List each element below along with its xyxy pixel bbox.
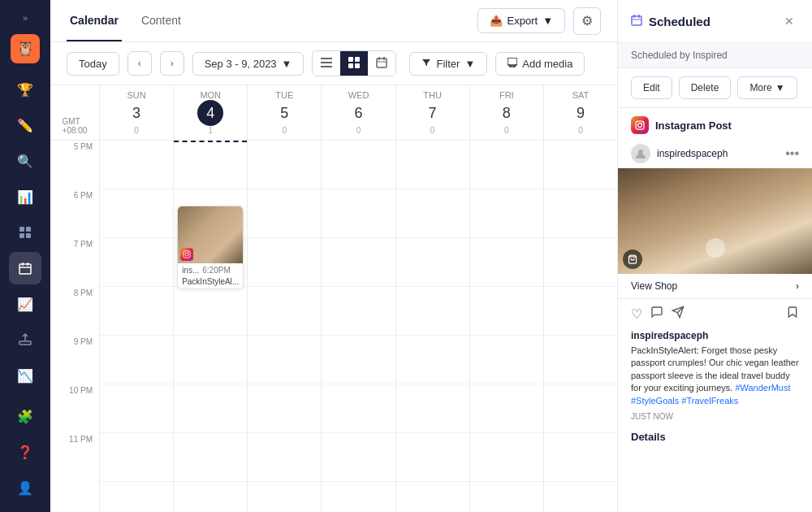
edit-button[interactable]: Edit bbox=[631, 76, 672, 99]
nav-right: 📤 Export ▼ ⚙ bbox=[477, 7, 601, 35]
avatar bbox=[631, 144, 650, 163]
view-grid-button[interactable] bbox=[340, 51, 368, 76]
prev-week-button[interactable]: ‹ bbox=[127, 51, 152, 76]
view-shop-button[interactable]: View Shop › bbox=[618, 274, 812, 299]
post-caption-text: PackInStyleAlert: Forget those pesky pas… bbox=[618, 343, 812, 409]
delete-button[interactable]: Delete bbox=[679, 76, 732, 99]
post-platform-label: ins... bbox=[182, 266, 199, 275]
day-header-wed: Wed 6 0 bbox=[321, 85, 395, 140]
svg-rect-15 bbox=[348, 63, 353, 68]
today-button[interactable]: Today bbox=[67, 52, 119, 76]
sidebar-expand-button[interactable]: » bbox=[15, 8, 35, 28]
next-week-button[interactable]: › bbox=[160, 51, 184, 76]
panel-header: Scheduled ✕ bbox=[618, 0, 812, 43]
day-header-tue: Tue 5 0 bbox=[247, 85, 321, 140]
view-toggle-group bbox=[312, 50, 396, 76]
time-11pm: 11 PM bbox=[50, 433, 99, 482]
more-chevron-icon: ▼ bbox=[775, 82, 785, 93]
shop-bag-icon bbox=[623, 249, 642, 269]
instagram-logo-icon bbox=[631, 116, 649, 134]
svg-rect-17 bbox=[377, 59, 387, 67]
post-time-label: 6:20PM bbox=[202, 266, 230, 275]
post-more-button[interactable]: ••• bbox=[785, 146, 799, 161]
day-col-tue bbox=[247, 141, 321, 512]
share-icon[interactable] bbox=[672, 306, 685, 322]
view-list-button[interactable] bbox=[313, 51, 340, 76]
sidebar-item-calendar[interactable] bbox=[9, 252, 41, 284]
filter-button[interactable]: Filter ▼ bbox=[409, 52, 487, 76]
view-calendar-button[interactable] bbox=[368, 51, 395, 76]
sidebar-item-apps[interactable]: 🧩 bbox=[9, 400, 41, 432]
tab-calendar[interactable]: Calendar bbox=[67, 1, 122, 41]
svg-point-24 bbox=[188, 252, 189, 253]
view-shop-label: View Shop bbox=[631, 280, 677, 292]
account-row: inspiredspaceph ••• bbox=[618, 139, 812, 168]
right-panel: Scheduled ✕ Scheduled by Inspired Edit D… bbox=[617, 0, 812, 512]
post-image-preview bbox=[618, 168, 812, 274]
svg-rect-1 bbox=[26, 227, 31, 232]
day-col-wed bbox=[321, 141, 395, 512]
gmt-label: GMT +08:00 bbox=[50, 85, 99, 140]
sidebar-item-help[interactable]: ❓ bbox=[9, 436, 41, 468]
sidebar-item-trophy[interactable]: 🏆 bbox=[9, 73, 41, 106]
svg-rect-0 bbox=[19, 227, 24, 232]
time-7pm: 7 PM bbox=[50, 238, 99, 287]
toolbar: Today ‹ › Sep 3 - 9, 2023 ▼ bbox=[50, 42, 617, 85]
date-range-label: Sep 3 - 9, 2023 bbox=[205, 58, 277, 70]
svg-rect-21 bbox=[508, 58, 517, 65]
sidebar-item-analytics[interactable]: 📊 bbox=[9, 180, 41, 213]
sidebar-item-publish[interactable]: ✏️ bbox=[9, 109, 41, 141]
filter-icon bbox=[421, 58, 431, 70]
ig-post-type-label: Instagram Post bbox=[655, 119, 732, 132]
time-5pm: 5 PM bbox=[50, 141, 99, 189]
post-caption-label: PackInStyleAl... bbox=[178, 277, 243, 289]
panel-subtitle: Scheduled by Inspired bbox=[618, 43, 812, 68]
ig-post-type-header: Instagram Post bbox=[618, 108, 812, 139]
svg-rect-25 bbox=[632, 16, 641, 25]
panel-actions: Edit Delete More ▼ bbox=[618, 68, 812, 108]
next-arrow-icon: › bbox=[171, 58, 174, 69]
current-time-indicator bbox=[174, 141, 247, 142]
svg-rect-22 bbox=[184, 251, 190, 258]
calendar-header: GMT +08:00 Sun 3 0 Mon 4 1 Tue 5 0 Wed bbox=[50, 85, 617, 141]
add-icon bbox=[508, 58, 517, 70]
day-col-sat bbox=[543, 141, 617, 512]
preview-circle-element bbox=[706, 238, 725, 258]
comment-icon[interactable] bbox=[650, 306, 663, 322]
sidebar-item-profile[interactable]: 👤 bbox=[9, 471, 41, 504]
sidebar-item-trending[interactable]: 📈 bbox=[9, 288, 41, 320]
calendar-container: GMT +08:00 Sun 3 0 Mon 4 1 Tue 5 0 Wed bbox=[50, 85, 617, 512]
more-button[interactable]: More ▼ bbox=[737, 76, 797, 99]
heart-icon[interactable]: ♡ bbox=[631, 306, 642, 322]
tab-content[interactable]: Content bbox=[138, 1, 184, 41]
top-nav: Calendar Content 📤 Export ▼ ⚙ bbox=[50, 0, 617, 42]
date-range-button[interactable]: Sep 3 - 9, 2023 ▼ bbox=[192, 52, 304, 76]
post-preview-image bbox=[618, 168, 812, 274]
day-col-fri bbox=[469, 141, 543, 512]
time-6pm: 6 PM bbox=[50, 189, 99, 238]
day-header-mon: Mon 4 1 bbox=[173, 85, 247, 140]
svg-rect-8 bbox=[19, 341, 31, 345]
day-header-sat: Sat 9 0 bbox=[543, 85, 617, 140]
gear-icon: ⚙ bbox=[581, 13, 593, 28]
sidebar-item-search[interactable]: 🔍 bbox=[9, 145, 41, 177]
grid-icon bbox=[348, 57, 360, 71]
post-card-image bbox=[178, 206, 243, 263]
svg-rect-3 bbox=[26, 233, 31, 238]
calendar-body: 5 PM 6 PM 7 PM 8 PM 9 PM 10 PM 11 PM bbox=[50, 141, 617, 512]
sidebar-item-grid[interactable] bbox=[9, 216, 41, 249]
scheduled-post-card[interactable]: ins... 6:20PM PackInStyleAl... bbox=[177, 206, 244, 289]
sidebar-item-reports[interactable]: 📉 bbox=[9, 359, 41, 392]
time-10pm: 10 PM bbox=[50, 384, 99, 433]
add-media-button[interactable]: Add media bbox=[495, 52, 585, 76]
settings-button[interactable]: ⚙ bbox=[573, 7, 601, 35]
close-icon: ✕ bbox=[784, 15, 794, 28]
sidebar-bottom: 🧩 ❓ 👤 bbox=[9, 400, 41, 504]
main-content: Calendar Content 📤 Export ▼ ⚙ Today ‹ › … bbox=[50, 0, 617, 512]
bookmark-icon[interactable] bbox=[786, 306, 799, 322]
day-col-sun bbox=[99, 141, 173, 512]
svg-rect-12 bbox=[321, 66, 332, 67]
sidebar-item-upload[interactable] bbox=[9, 323, 41, 356]
panel-close-button[interactable]: ✕ bbox=[780, 11, 799, 31]
export-button[interactable]: 📤 Export ▼ bbox=[477, 8, 565, 33]
